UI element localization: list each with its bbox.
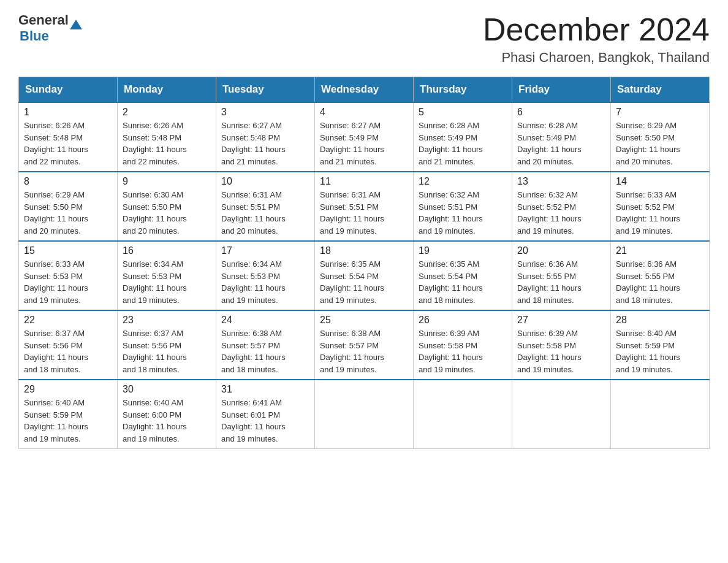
calendar-cell: 8Sunrise: 6:29 AMSunset: 5:50 PMDaylight…: [19, 172, 118, 241]
calendar-cell: 21Sunrise: 6:36 AMSunset: 5:55 PMDayligh…: [611, 241, 710, 310]
day-info: Sunrise: 6:32 AMSunset: 5:51 PMDaylight:…: [419, 189, 507, 237]
day-info: Sunrise: 6:26 AMSunset: 5:48 PMDaylight:…: [123, 120, 211, 167]
calendar-cell: 11Sunrise: 6:31 AMSunset: 5:51 PMDayligh…: [315, 172, 414, 241]
day-info: Sunrise: 6:40 AMSunset: 5:59 PMDaylight:…: [616, 327, 704, 375]
day-number: 30: [123, 384, 211, 395]
day-number: 2: [123, 107, 211, 118]
day-number: 15: [24, 245, 112, 256]
week-row-3: 15Sunrise: 6:33 AMSunset: 5:53 PMDayligh…: [19, 241, 710, 310]
day-number: 13: [517, 176, 605, 187]
day-number: 10: [221, 176, 309, 187]
logo-general-text: General: [18, 12, 69, 28]
calendar-cell: 17Sunrise: 6:34 AMSunset: 5:53 PMDayligh…: [216, 241, 315, 310]
day-info: Sunrise: 6:38 AMSunset: 5:57 PMDaylight:…: [221, 327, 309, 375]
calendar-cell: 12Sunrise: 6:32 AMSunset: 5:51 PMDayligh…: [414, 172, 512, 241]
calendar-cell: 3Sunrise: 6:27 AMSunset: 5:48 PMDaylight…: [216, 102, 315, 172]
day-number: 20: [517, 245, 605, 256]
calendar-cell: 26Sunrise: 6:39 AMSunset: 5:58 PMDayligh…: [414, 310, 512, 380]
day-number: 24: [221, 315, 309, 326]
day-number: 28: [616, 315, 704, 326]
calendar-cell: 9Sunrise: 6:30 AMSunset: 5:50 PMDaylight…: [118, 172, 216, 241]
calendar-cell: 27Sunrise: 6:39 AMSunset: 5:58 PMDayligh…: [512, 310, 611, 380]
week-row-2: 8Sunrise: 6:29 AMSunset: 5:50 PMDaylight…: [19, 172, 710, 241]
day-number: 16: [123, 245, 211, 256]
weekday-header-wednesday: Wednesday: [315, 77, 414, 103]
day-info: Sunrise: 6:34 AMSunset: 5:53 PMDaylight:…: [221, 258, 309, 306]
calendar-cell: [315, 380, 414, 449]
day-number: 3: [221, 107, 309, 118]
day-number: 1: [24, 107, 112, 118]
calendar-cell: 22Sunrise: 6:37 AMSunset: 5:56 PMDayligh…: [19, 310, 118, 380]
day-info: Sunrise: 6:37 AMSunset: 5:56 PMDaylight:…: [24, 327, 112, 375]
day-number: 9: [123, 176, 211, 187]
day-info: Sunrise: 6:39 AMSunset: 5:58 PMDaylight:…: [517, 327, 605, 375]
day-number: 4: [320, 107, 408, 118]
calendar-cell: [512, 380, 611, 449]
calendar-cell: 29Sunrise: 6:40 AMSunset: 5:59 PMDayligh…: [19, 380, 118, 449]
day-number: 19: [419, 245, 507, 256]
day-info: Sunrise: 6:35 AMSunset: 5:54 PMDaylight:…: [419, 258, 507, 306]
calendar-cell: 28Sunrise: 6:40 AMSunset: 5:59 PMDayligh…: [611, 310, 710, 380]
day-info: Sunrise: 6:36 AMSunset: 5:55 PMDaylight:…: [616, 258, 704, 306]
weekday-header-row: SundayMondayTuesdayWednesdayThursdayFrid…: [19, 77, 710, 103]
title-block: December 2024 Phasi Charoen, Bangkok, Th…: [483, 12, 710, 66]
day-info: Sunrise: 6:41 AMSunset: 6:01 PMDaylight:…: [221, 397, 309, 445]
day-number: 29: [24, 384, 112, 395]
calendar-cell: 30Sunrise: 6:40 AMSunset: 6:00 PMDayligh…: [118, 380, 216, 449]
day-number: 5: [419, 107, 507, 118]
calendar-cell: 16Sunrise: 6:34 AMSunset: 5:53 PMDayligh…: [118, 241, 216, 310]
day-number: 23: [123, 315, 211, 326]
day-info: Sunrise: 6:40 AMSunset: 6:00 PMDaylight:…: [123, 397, 211, 445]
calendar-cell: 18Sunrise: 6:35 AMSunset: 5:54 PMDayligh…: [315, 241, 414, 310]
weekday-header-tuesday: Tuesday: [216, 77, 315, 103]
week-row-1: 1Sunrise: 6:26 AMSunset: 5:48 PMDaylight…: [19, 102, 710, 172]
calendar-cell: 31Sunrise: 6:41 AMSunset: 6:01 PMDayligh…: [216, 380, 315, 449]
location-title: Phasi Charoen, Bangkok, Thailand: [483, 50, 710, 66]
day-info: Sunrise: 6:28 AMSunset: 5:49 PMDaylight:…: [419, 120, 507, 167]
day-info: Sunrise: 6:39 AMSunset: 5:58 PMDaylight:…: [419, 327, 507, 375]
logo-blue-text: Blue: [20, 28, 49, 44]
calendar-cell: 2Sunrise: 6:26 AMSunset: 5:48 PMDaylight…: [118, 102, 216, 172]
calendar-cell: 25Sunrise: 6:38 AMSunset: 5:57 PMDayligh…: [315, 310, 414, 380]
day-info: Sunrise: 6:40 AMSunset: 5:59 PMDaylight:…: [24, 397, 112, 445]
day-info: Sunrise: 6:31 AMSunset: 5:51 PMDaylight:…: [320, 189, 408, 237]
day-info: Sunrise: 6:29 AMSunset: 5:50 PMDaylight:…: [616, 120, 704, 167]
calendar-cell: 23Sunrise: 6:37 AMSunset: 5:56 PMDayligh…: [118, 310, 216, 380]
logo-triangle-icon: [70, 20, 82, 29]
day-number: 18: [320, 245, 408, 256]
calendar-cell: 10Sunrise: 6:31 AMSunset: 5:51 PMDayligh…: [216, 172, 315, 241]
day-number: 21: [616, 245, 704, 256]
calendar-cell: 4Sunrise: 6:27 AMSunset: 5:49 PMDaylight…: [315, 102, 414, 172]
day-number: 27: [517, 315, 605, 326]
calendar-cell: 13Sunrise: 6:32 AMSunset: 5:52 PMDayligh…: [512, 172, 611, 241]
calendar-cell: 15Sunrise: 6:33 AMSunset: 5:53 PMDayligh…: [19, 241, 118, 310]
calendar-cell: 14Sunrise: 6:33 AMSunset: 5:52 PMDayligh…: [611, 172, 710, 241]
calendar-cell: 5Sunrise: 6:28 AMSunset: 5:49 PMDaylight…: [414, 102, 512, 172]
calendar-cell: 6Sunrise: 6:28 AMSunset: 5:49 PMDaylight…: [512, 102, 611, 172]
day-number: 14: [616, 176, 704, 187]
calendar-cell: 19Sunrise: 6:35 AMSunset: 5:54 PMDayligh…: [414, 241, 512, 310]
page-header: General Blue December 2024 Phasi Charoen…: [18, 12, 710, 66]
day-info: Sunrise: 6:27 AMSunset: 5:48 PMDaylight:…: [221, 120, 309, 167]
calendar-cell: 1Sunrise: 6:26 AMSunset: 5:48 PMDaylight…: [19, 102, 118, 172]
day-info: Sunrise: 6:37 AMSunset: 5:56 PMDaylight:…: [123, 327, 211, 375]
weekday-header-thursday: Thursday: [414, 77, 512, 103]
day-number: 31: [221, 384, 309, 395]
calendar-cell: [414, 380, 512, 449]
week-row-4: 22Sunrise: 6:37 AMSunset: 5:56 PMDayligh…: [19, 310, 710, 380]
day-info: Sunrise: 6:33 AMSunset: 5:52 PMDaylight:…: [616, 189, 704, 237]
weekday-header-saturday: Saturday: [611, 77, 710, 103]
month-title: December 2024: [483, 12, 710, 47]
day-number: 11: [320, 176, 408, 187]
calendar-cell: 24Sunrise: 6:38 AMSunset: 5:57 PMDayligh…: [216, 310, 315, 380]
calendar-cell: [611, 380, 710, 449]
logo: General Blue: [18, 12, 82, 44]
day-info: Sunrise: 6:29 AMSunset: 5:50 PMDaylight:…: [24, 189, 112, 237]
day-info: Sunrise: 6:26 AMSunset: 5:48 PMDaylight:…: [24, 120, 112, 167]
weekday-header-friday: Friday: [512, 77, 611, 103]
calendar-cell: 7Sunrise: 6:29 AMSunset: 5:50 PMDaylight…: [611, 102, 710, 172]
day-number: 7: [616, 107, 704, 118]
weekday-header-sunday: Sunday: [19, 77, 118, 103]
day-info: Sunrise: 6:36 AMSunset: 5:55 PMDaylight:…: [517, 258, 605, 306]
day-info: Sunrise: 6:31 AMSunset: 5:51 PMDaylight:…: [221, 189, 309, 237]
